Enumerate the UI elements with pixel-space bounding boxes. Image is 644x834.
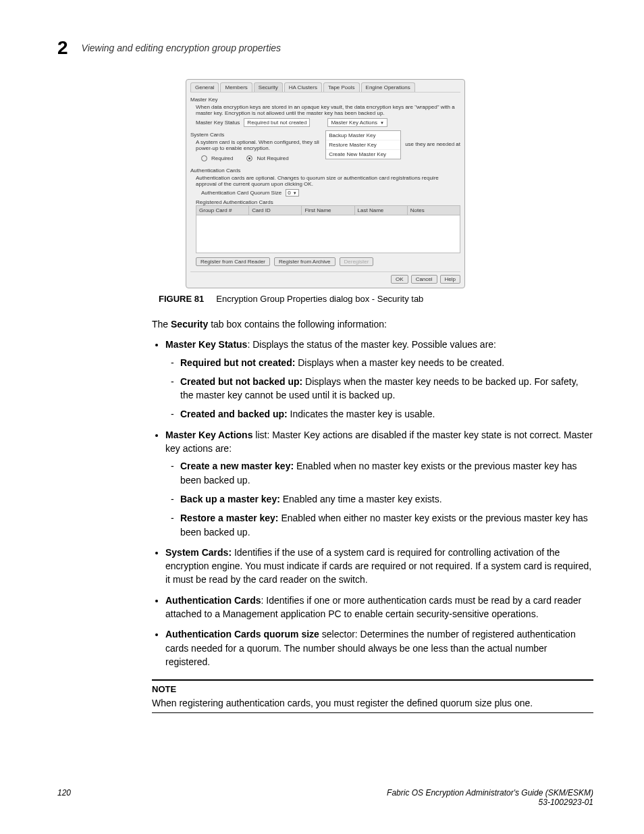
auth-cards-table-header: Group Card # Card ID First Name Last Nam… xyxy=(196,205,460,215)
list-item: Master Key Actions list: Master Key acti… xyxy=(165,428,593,539)
page-footer: 120 Fabric OS Encryption Administrator's… xyxy=(57,788,593,807)
intro-prefix: The xyxy=(152,319,171,330)
menu-restore-master-key[interactable]: Restore Master Key xyxy=(326,140,400,150)
page-header: 2 Viewing and editing encryption group p… xyxy=(57,37,593,59)
col-last-name: Last Name xyxy=(355,206,408,215)
list-item: Authentication Cards: Identifies if one … xyxy=(165,594,593,621)
quorum-size-select[interactable]: 0 ▼ xyxy=(286,189,298,197)
cancel-button[interactable]: Cancel xyxy=(411,275,437,284)
bullet-bold: Created and backed up: xyxy=(180,409,288,419)
master-key-actions-menu: Backup Master Key Restore Master Key Cre… xyxy=(325,130,401,159)
col-first-name: First Name xyxy=(302,206,354,215)
note-text: When registering authentication cards, y… xyxy=(152,696,593,710)
master-key-actions-dropdown[interactable]: Master Key Actions ▼ xyxy=(327,118,387,127)
dropdown-arrow-icon: ▼ xyxy=(293,191,297,195)
tab-ha-clusters[interactable]: HA Clusters xyxy=(284,82,322,92)
list-item: Authentication Cards quorum size selecto… xyxy=(165,627,593,669)
figure-caption: FIGURE 81 Encryption Group Properties di… xyxy=(159,294,593,304)
bullet-bold: Master Key Actions xyxy=(165,429,252,440)
menu-create-new-master-key[interactable]: Create New Master Key xyxy=(326,150,400,159)
list-item: Master Key Status: Displays the status o… xyxy=(165,338,593,421)
quorum-size-value: 0 xyxy=(288,190,290,196)
tab-engine-operations[interactable]: Engine Operations xyxy=(361,82,415,92)
list-item: System Cards: Identifies if the use of a… xyxy=(165,546,593,587)
tab-security[interactable]: Security xyxy=(254,82,283,92)
list-item: Back up a master key: Enabled any time a… xyxy=(180,492,593,506)
tab-bar: General Members Security HA Clusters Tap… xyxy=(190,82,460,93)
required-label: Required xyxy=(211,155,233,161)
list-item: Created and backed up: Indicates the mas… xyxy=(180,407,593,421)
bullet-bold: System Cards: xyxy=(165,547,232,558)
master-key-desc: When data encryption keys are stored in … xyxy=(196,104,460,116)
not-required-radio[interactable] xyxy=(246,155,252,161)
ok-button[interactable]: OK xyxy=(391,275,408,284)
master-key-actions-label: Master Key Actions xyxy=(331,120,377,126)
bullet-bold: Create a new master key: xyxy=(180,461,294,471)
chapter-number: 2 xyxy=(57,37,68,59)
register-from-reader-button[interactable]: Register from Card Reader xyxy=(196,257,270,266)
system-cards-desc-1: A system card is optional. When configur… xyxy=(196,139,321,145)
col-notes: Notes xyxy=(408,206,460,215)
system-cards-desc-2: power-up to enable encryption. xyxy=(196,145,321,151)
bullet-bold: Authentication Cards xyxy=(165,595,261,606)
bullet-bold: Required but not created: xyxy=(180,357,295,368)
master-key-status-label: Master Key Status xyxy=(196,120,240,126)
master-key-status-value: Required but not created xyxy=(244,118,310,127)
col-card-id: Card ID xyxy=(249,206,302,215)
col-group-card: Group Card # xyxy=(196,206,249,215)
tab-tape-pools[interactable]: Tape Pools xyxy=(323,82,360,92)
doc-id: 53-1002923-01 xyxy=(387,798,593,807)
list-item: Created but not backed up: Displays when… xyxy=(180,375,593,402)
dialog-footer: OK Cancel Help xyxy=(190,271,460,284)
dropdown-arrow-icon: ▼ xyxy=(380,121,384,125)
auth-cards-desc: Authentication cards are optional. Chang… xyxy=(196,175,460,187)
note-label: NOTE xyxy=(152,683,593,696)
quorum-size-label: Authentication Card Quorum Size xyxy=(201,190,281,196)
intro-bold: Security xyxy=(171,319,208,330)
list-item: Create a new master key: Enabled when no… xyxy=(180,459,593,487)
auth-cards-title: Authentication Cards xyxy=(190,167,460,174)
figure-text: Encryption Group Properties dialog box -… xyxy=(216,294,423,304)
bullet-text: Enabled any time a master key exists. xyxy=(280,494,442,504)
registered-cards-label: Registered Authentication Cards xyxy=(196,199,460,205)
register-from-archive-button[interactable]: Register from Archive xyxy=(274,257,335,266)
system-cards-desc-right: use they are needed at xyxy=(405,129,460,147)
tab-general[interactable]: General xyxy=(190,82,219,92)
required-radio[interactable] xyxy=(201,155,207,161)
note-block: NOTE When registering authentication car… xyxy=(152,679,593,713)
help-button[interactable]: Help xyxy=(440,275,460,284)
master-key-title: Master Key xyxy=(190,97,460,103)
body-content: The Security tab box contains the follow… xyxy=(152,317,593,713)
doc-title: Fabric OS Encryption Administrator's Gui… xyxy=(387,788,593,798)
tab-members[interactable]: Members xyxy=(220,82,252,92)
deregister-button[interactable]: Deregister xyxy=(340,257,374,266)
bullet-bold: Created but not backed up: xyxy=(180,376,302,387)
bullet-text: Indicates the master key is usable. xyxy=(288,409,435,419)
bullet-text: : Displays the status of the master key.… xyxy=(247,339,496,350)
bullet-bold: Restore a master key: xyxy=(180,513,279,523)
bullet-bold: Authentication Cards quorum size xyxy=(165,629,319,640)
list-item: Required but not created: Displays when … xyxy=(180,356,593,369)
menu-backup-master-key[interactable]: Backup Master Key xyxy=(326,131,400,140)
page-number: 120 xyxy=(57,788,71,807)
list-item: Restore a master key: Enabled when eithe… xyxy=(180,511,593,539)
not-required-label: Not Required xyxy=(257,155,288,161)
bullet-bold: Back up a master key: xyxy=(180,494,280,504)
figure-label: FIGURE 81 xyxy=(159,294,204,304)
system-cards-title: System Cards xyxy=(190,132,321,138)
auth-cards-table-body[interactable] xyxy=(196,215,460,253)
encryption-properties-dialog: General Members Security HA Clusters Tap… xyxy=(186,79,465,288)
intro-suffix: tab box contains the following informati… xyxy=(208,319,387,330)
page-title: Viewing and editing encryption group pro… xyxy=(82,43,281,53)
bullet-bold: Master Key Status xyxy=(165,339,247,350)
bullet-text: Displays when a master key needs to be c… xyxy=(295,357,504,368)
